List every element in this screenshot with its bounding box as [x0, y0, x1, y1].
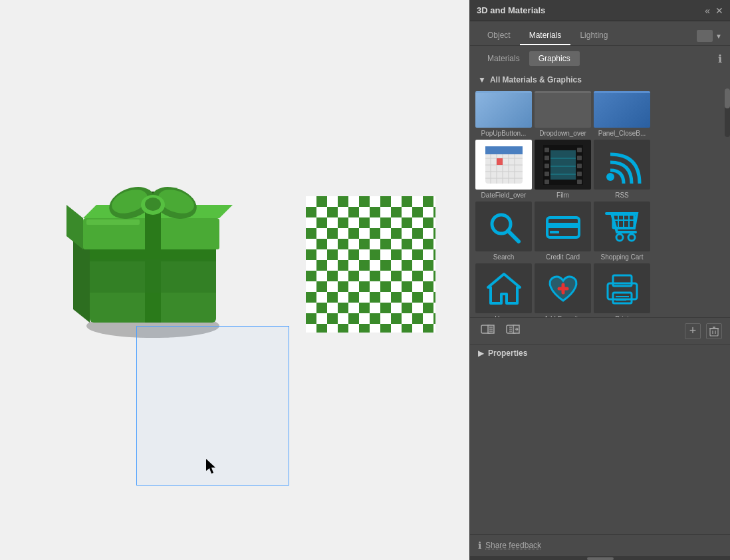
grid-item-search[interactable]: Search [475, 202, 532, 261]
subtab-materials[interactable]: Materials [478, 51, 529, 66]
share-info-icon: ℹ [478, 540, 481, 551]
export-button[interactable] [503, 322, 523, 340]
section-arrow: ▼ [478, 75, 486, 84]
grid-scrollbar-thumb[interactable] [725, 88, 730, 108]
grid-thumb-addfavorite [535, 263, 591, 313]
properties-arrow: ▶ [478, 349, 484, 358]
panel-spacer [470, 362, 730, 534]
top-item-label-panelclose: Panel_CloseB... [598, 130, 646, 137]
svg-rect-36 [545, 156, 549, 160]
import-button[interactable] [478, 322, 498, 340]
grid-thumb-datefield [475, 140, 532, 190]
top-item-dropdown[interactable]: Dropdown_over [535, 91, 591, 137]
grid-label-search: Search [493, 253, 515, 261]
grid-label-print: Print [615, 315, 629, 317]
grid-item-creditcard[interactable]: Credit Card [535, 202, 591, 261]
main-tabs: Object Materials Lighting ▼ [470, 21, 730, 46]
svg-rect-89 [710, 329, 718, 336]
properties-header[interactable]: ▶ Properties [478, 349, 722, 358]
grid-item-print[interactable]: Print [594, 263, 650, 317]
svg-rect-32 [497, 158, 503, 165]
section-header[interactable]: ▼ All Materials & Graphics [470, 71, 730, 88]
grid-item-shoppingcart[interactable]: Shopping Cart [594, 202, 650, 261]
svg-rect-35 [545, 148, 549, 152]
svg-rect-18 [90, 259, 216, 293]
grid-item-rss[interactable]: RSS [594, 140, 650, 199]
resize-handle-area [470, 556, 730, 560]
grid-label-datefield: DateField_over [481, 192, 527, 199]
grid-thumb-home [475, 263, 532, 313]
top-item-popupbutton[interactable]: PopUpButton... [475, 91, 532, 137]
svg-rect-46 [550, 150, 576, 180]
gift-box [53, 146, 266, 359]
grid-item-home[interactable]: Home [475, 263, 532, 317]
grid-thumb-rss [594, 140, 650, 190]
resize-handle[interactable] [587, 557, 614, 560]
svg-rect-38 [545, 172, 549, 176]
svg-rect-58 [550, 231, 559, 233]
delete-material-button[interactable] [706, 323, 722, 339]
svg-rect-19 [86, 219, 140, 225]
svg-point-51 [606, 173, 614, 181]
section-title: All Materials & Graphics [490, 75, 582, 84]
tab-dropdown[interactable]: ▼ [697, 30, 722, 42]
svg-point-17 [145, 198, 161, 211]
top-item-panelclose[interactable]: Panel_CloseB... [594, 91, 650, 137]
info-icon[interactable]: ℹ [718, 53, 722, 65]
grid-item-datefield[interactable]: DateField_over [475, 140, 532, 199]
grid-thumb-search [475, 202, 532, 251]
chevron-down-icon: ▼ [715, 33, 722, 40]
svg-rect-39 [545, 180, 549, 184]
canvas-content [0, 0, 469, 560]
share-feedback[interactable]: ℹ Share feedback [470, 534, 730, 556]
close-button[interactable]: ✕ [715, 6, 723, 15]
grid-row-1: DateField_over [475, 140, 725, 199]
svg-rect-40 [577, 148, 582, 152]
grid-thumb-shoppingcart [594, 202, 650, 251]
grid-row-3: Home Add Favorite [475, 263, 725, 317]
tab-dropdown-icon [697, 30, 713, 42]
top-item-label-popupbutton: PopUpButton... [481, 130, 527, 137]
share-feedback-text: Share feedback [485, 541, 541, 550]
titlebar-controls: « ✕ [705, 6, 723, 15]
canvas-area [0, 0, 469, 560]
svg-rect-57 [547, 223, 579, 228]
grid-thumb-film [535, 140, 591, 190]
svg-rect-41 [577, 156, 582, 160]
properties-section: ▶ Properties [470, 344, 730, 362]
properties-title: Properties [488, 349, 527, 358]
svg-rect-43 [577, 172, 582, 176]
bottom-toolbar: + [470, 317, 730, 344]
svg-marker-20 [206, 459, 215, 474]
grid-scrollbar-track [725, 88, 730, 137]
panel: 3D and Materials « ✕ Object Materials Li… [469, 0, 730, 560]
selection-box [136, 326, 289, 486]
grid-row-2: Search Credit Card [475, 202, 725, 261]
grid-item-film[interactable]: Film [535, 140, 591, 199]
grid-label-shoppingcart: Shopping Cart [601, 253, 644, 261]
sub-tabs: Materials Graphics ℹ [470, 46, 730, 71]
svg-rect-37 [545, 164, 549, 168]
add-material-button[interactable]: + [685, 323, 701, 339]
panel-titlebar: 3D and Materials « ✕ [470, 0, 730, 21]
grid-label-home: Home [495, 315, 513, 317]
svg-rect-44 [577, 180, 582, 184]
panel-title: 3D and Materials [477, 5, 545, 15]
grid-item-addfavorite[interactable]: Add Favorite [535, 263, 591, 317]
grid-label-film: Film [556, 192, 569, 199]
tab-object[interactable]: Object [478, 27, 520, 45]
subtab-graphics[interactable]: Graphics [529, 51, 580, 66]
grid-label-creditcard: Credit Card [546, 253, 580, 261]
svg-rect-42 [577, 164, 582, 168]
grid-thumb-print [594, 263, 650, 313]
svg-rect-33 [485, 146, 523, 154]
tab-lighting[interactable]: Lighting [570, 27, 617, 45]
materials-grid-area[interactable]: DateField_over [470, 137, 730, 317]
cursor-indicator [206, 459, 219, 478]
checker-preview [306, 196, 435, 333]
tab-materials[interactable]: Materials [520, 27, 571, 45]
top-item-label-dropdown: Dropdown_over [539, 130, 586, 137]
collapse-button[interactable]: « [705, 6, 710, 15]
top-items-row: PopUpButton... Dropdown_over Panel_Close… [470, 88, 730, 137]
grid-label-rss: RSS [615, 192, 629, 199]
